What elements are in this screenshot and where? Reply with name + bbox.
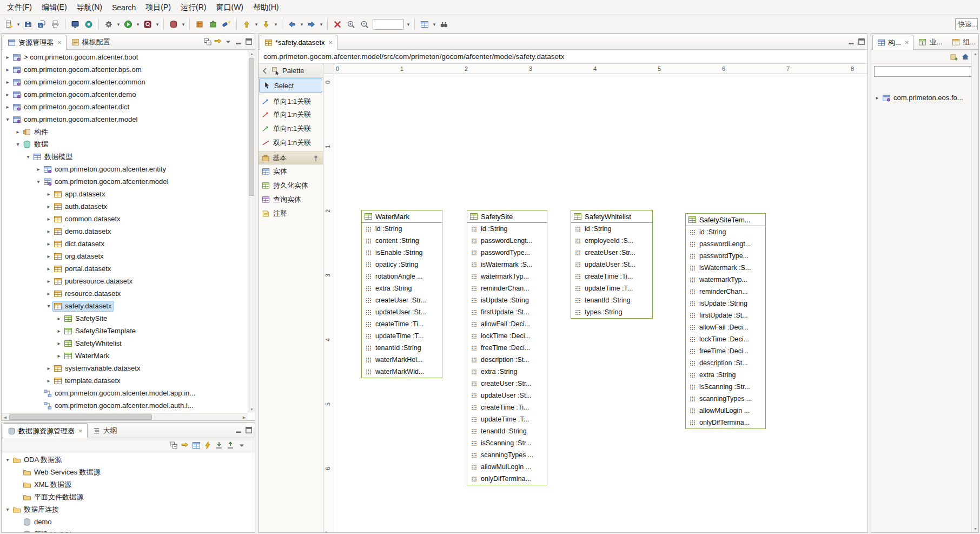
entity-WaterMark[interactable]: WaterMarkid :Stringcontent :StringisEnab… bbox=[361, 210, 442, 378]
tab-resource-explorer[interactable]: 资源管理器× bbox=[3, 35, 67, 50]
expand-chevron-icon[interactable]: ▸ bbox=[55, 315, 63, 321]
entity-field[interactable]: extra :String bbox=[686, 369, 765, 381]
zoom-combo[interactable] bbox=[373, 19, 404, 30]
menu-item-5[interactable]: 运行(R) bbox=[176, 1, 211, 15]
expand-chevron-icon[interactable]: ▸ bbox=[45, 241, 52, 247]
vertical-scrollbar[interactable]: ▲ ▼ bbox=[971, 50, 978, 532]
maximize-icon[interactable] bbox=[857, 37, 866, 46]
entity-field[interactable]: updateTime :T... bbox=[467, 413, 547, 425]
entity-field[interactable]: content :String bbox=[362, 235, 442, 247]
tree-item[interactable]: ▸com.primeton.gocom.afcenter.dict bbox=[2, 101, 248, 113]
tree-item[interactable]: ▾数据库连接 bbox=[2, 503, 255, 516]
filter-input[interactable] bbox=[874, 66, 976, 77]
tree-item[interactable]: demo bbox=[2, 516, 255, 528]
close-tab-icon[interactable]: × bbox=[904, 39, 909, 46]
dropdown-caret-icon[interactable]: ▾ bbox=[319, 22, 324, 27]
entity-field[interactable]: passwordType... bbox=[686, 250, 765, 262]
entity-field[interactable]: watermarkTyp... bbox=[686, 274, 765, 286]
expand-chevron-icon[interactable]: ▸ bbox=[4, 54, 11, 60]
tree-item[interactable]: ▸org.datasetx bbox=[2, 250, 248, 262]
entity-field[interactable]: scanningTypes ... bbox=[686, 393, 765, 405]
collapse-chevron-icon[interactable]: ▾ bbox=[35, 179, 42, 184]
entity-field[interactable]: employeeId :S... bbox=[571, 235, 652, 247]
home-icon[interactable] bbox=[961, 52, 970, 61]
entity-field[interactable]: id :String bbox=[467, 223, 547, 235]
jar-icon[interactable] bbox=[193, 18, 206, 31]
tree-item[interactable]: com.primeton.gocom.afcenter.model.auth.i… bbox=[2, 399, 248, 412]
palette-tool-relation-1-n[interactable]: 单向1:n关联 bbox=[259, 108, 323, 122]
entity-field[interactable]: waterMarkWid... bbox=[362, 366, 442, 378]
entity-field[interactable]: updateTime :T... bbox=[362, 330, 442, 342]
scrollbar-thumb[interactable] bbox=[249, 58, 254, 196]
collapse-chevron-icon[interactable]: ▾ bbox=[45, 303, 52, 309]
minimize-icon[interactable] bbox=[847, 37, 856, 46]
tab-business[interactable]: 业... bbox=[913, 35, 947, 49]
entity-field[interactable]: id :String bbox=[686, 226, 765, 238]
tree-item[interactable]: ▸构件 bbox=[2, 126, 248, 138]
expand-chevron-icon[interactable]: ▸ bbox=[55, 340, 63, 346]
palette-tool-query-entity[interactable]: 查询实体 bbox=[259, 193, 323, 207]
tree-item[interactable]: com.primeton.gocom.afcenter.model.app.in… bbox=[2, 387, 248, 399]
export-icon[interactable] bbox=[226, 441, 235, 450]
entity-header[interactable]: WaterMark bbox=[362, 210, 442, 223]
entity-field[interactable]: isScanning :Str... bbox=[467, 437, 547, 449]
entity-field[interactable]: passwordLengt... bbox=[467, 235, 547, 247]
tree-item[interactable]: ▸common.datasetx bbox=[2, 213, 248, 225]
link-with-editor-icon[interactable] bbox=[214, 37, 222, 46]
dropdown-caret-icon[interactable]: ▾ bbox=[273, 22, 279, 27]
link-with-editor-icon[interactable] bbox=[181, 441, 189, 450]
expand-chevron-icon[interactable]: ▸ bbox=[4, 67, 11, 72]
entity-field[interactable]: types :String bbox=[571, 306, 652, 318]
maximize-icon[interactable] bbox=[244, 37, 253, 46]
entity-field[interactable]: createUser :Str... bbox=[467, 378, 547, 390]
palette-tool-relation-1-1[interactable]: 单向1:1关联 bbox=[259, 94, 323, 108]
entity-field[interactable]: opaticy :String bbox=[362, 259, 442, 271]
table-menu-icon[interactable] bbox=[418, 18, 431, 31]
dropdown-caret-icon[interactable]: ▾ bbox=[116, 22, 121, 27]
entity-header[interactable]: SafetyWhitelist bbox=[571, 210, 652, 223]
tree-item[interactable]: ▾com.primeton.gocom.afcenter.model bbox=[2, 113, 248, 126]
tree-item[interactable]: ▸SafetyWhitelist bbox=[2, 337, 248, 350]
tree-item[interactable]: ▸com.primeton.gocom.afcenter.common bbox=[2, 76, 248, 88]
expand-chevron-icon[interactable]: ▸ bbox=[14, 129, 22, 135]
entity-SafetySiteTem[interactable]: SafetySiteTem...id :StringpasswordLengt.… bbox=[685, 213, 766, 429]
collapse-all-icon[interactable] bbox=[169, 441, 178, 450]
tree-item[interactable]: ▸> com.primeton.gocom.afcenter.boot bbox=[2, 51, 248, 63]
palette-tool-relation-bi[interactable]: 双向1:n关联 bbox=[259, 136, 323, 150]
entity-field[interactable]: allowFail :Deci... bbox=[686, 321, 765, 333]
tree-item[interactable]: ▸WaterMark bbox=[2, 350, 248, 362]
entity-SafetySite[interactable]: SafetySiteid :StringpasswordLengt...pass… bbox=[467, 210, 547, 485]
entity-field[interactable]: updateTime :T... bbox=[571, 282, 652, 294]
menu-item-0[interactable]: 文件(F) bbox=[2, 1, 37, 15]
expand-chevron-icon[interactable]: ▸ bbox=[55, 328, 63, 334]
scroll-down-icon[interactable]: ▼ bbox=[248, 406, 255, 413]
quick-access-box[interactable]: 快速... bbox=[955, 18, 978, 30]
plugin-icon[interactable] bbox=[207, 18, 220, 31]
entity-field[interactable]: passwordLengt... bbox=[686, 238, 765, 250]
tree-item[interactable]: ▸auth.datasetx bbox=[2, 200, 248, 213]
tree-item[interactable]: ▸demo.datasetx bbox=[2, 225, 248, 238]
tree-item[interactable]: ▸SafetySiteTemplate bbox=[2, 325, 248, 337]
menu-item-4[interactable]: 项目(P) bbox=[141, 1, 176, 15]
expand-chevron-icon[interactable]: ▸ bbox=[45, 253, 52, 259]
scroll-up-icon[interactable]: ▲ bbox=[972, 50, 979, 57]
expand-chevron-icon[interactable]: ▸ bbox=[4, 104, 11, 110]
tab-safety-datasetx[interactable]: *safety.datasetx× bbox=[260, 35, 337, 50]
entity-field[interactable]: updateUser :St... bbox=[362, 306, 442, 318]
entity-field[interactable]: isScanning :Str... bbox=[686, 381, 765, 393]
palette-tool-persistent-entity[interactable]: 持久化实体 bbox=[259, 179, 323, 193]
diagram-canvas[interactable]: WaterMarkid :Stringcontent :StringisEnab… bbox=[335, 75, 868, 532]
entity-field[interactable]: freeTime :Deci... bbox=[467, 342, 547, 354]
back-icon[interactable] bbox=[286, 18, 299, 31]
entity-field[interactable]: waterMarkHei... bbox=[362, 354, 442, 366]
tree-item[interactable]: ▾数据模型 bbox=[2, 150, 248, 163]
dropdown-caret-icon[interactable]: ▾ bbox=[135, 22, 141, 27]
collapse-chevron-icon[interactable]: ▾ bbox=[4, 457, 11, 463]
expand-chevron-icon[interactable]: ▸ bbox=[55, 353, 63, 359]
next-annotation-icon[interactable] bbox=[260, 18, 273, 31]
entity-field[interactable]: id :String bbox=[571, 223, 652, 235]
tree-item[interactable]: ▸dict.datasetx bbox=[2, 238, 248, 250]
entity-header[interactable]: SafetySite bbox=[467, 210, 547, 223]
tree-item[interactable]: ▸pubresource.datasetx bbox=[2, 275, 248, 287]
maximize-icon[interactable] bbox=[244, 426, 253, 434]
